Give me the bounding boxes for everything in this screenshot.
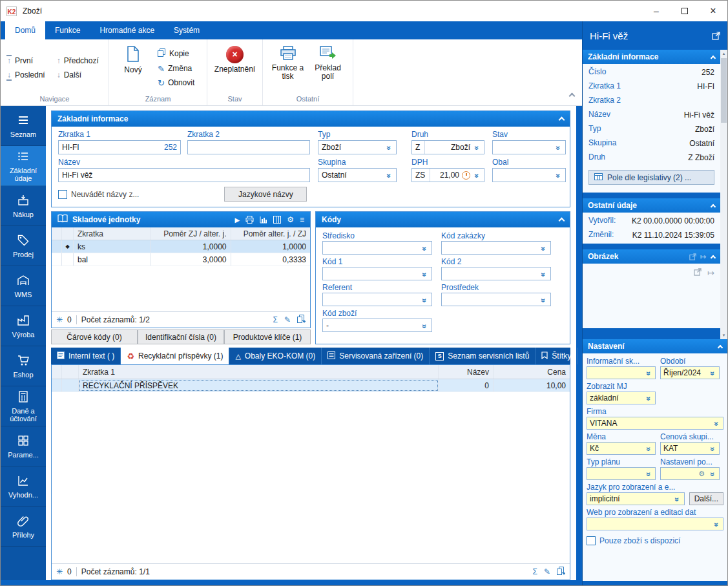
sidebar-item-zakladni-udaje[interactable]: Základní údaje (1, 146, 46, 186)
collapse-chevron-icon[interactable] (559, 117, 565, 123)
dropdown-arrow-icon[interactable] (645, 445, 652, 452)
dropdown-arrow-icon[interactable] (645, 369, 652, 377)
referent-dropdown[interactable] (322, 293, 432, 306)
ribbon-tab-domu[interactable]: Domů (5, 21, 45, 39)
collapse-chevron-icon[interactable] (559, 218, 565, 224)
change-button[interactable]: ✎ Změna (158, 64, 194, 73)
dropdown-arrow-icon[interactable] (709, 369, 716, 377)
field-translation-button[interactable]: Překlad polí (310, 45, 346, 81)
sum-icon[interactable]: Σ (273, 315, 278, 324)
first-button[interactable]: ↑ První (6, 56, 45, 65)
zkratka2-field[interactable] (187, 140, 310, 154)
sidebar-item-prilohy[interactable]: Přílohy (1, 507, 46, 547)
right-panel-scrollbar[interactable]: ▲ ▼ (720, 50, 727, 339)
mena-dropdown[interactable]: Kč (587, 442, 656, 455)
sum-icon[interactable]: Σ (533, 567, 537, 576)
new-button[interactable]: Nový (115, 45, 151, 74)
codes-header[interactable]: Kódy (316, 212, 570, 227)
dropdown-arrow-icon[interactable] (473, 143, 481, 151)
druh-dropdown[interactable]: Z Zboží (411, 140, 484, 154)
sidebar-item-nakup[interactable]: Nákup (1, 186, 46, 226)
kod-zbozi-dropdown[interactable]: - (322, 319, 432, 332)
checkbox-icon[interactable] (587, 536, 596, 545)
column-header-zkratka[interactable]: Zkratka (74, 227, 151, 240)
web-edit-dropdown[interactable] (587, 518, 723, 530)
recycling-row[interactable]: RECYKLAČNÍ PŘÍSPĚVEK 0 10,00 (52, 379, 570, 392)
show-mj-dropdown[interactable]: základní (587, 392, 656, 404)
plan-type-dropdown[interactable] (587, 467, 656, 480)
period-dropdown[interactable]: Říjen/2024 (660, 366, 720, 379)
price-group-dropdown[interactable]: KAT (660, 442, 720, 455)
info-group-dropdown[interactable] (587, 366, 656, 379)
dropdown-arrow-icon[interactable] (473, 171, 481, 179)
fit-width-icon[interactable]: ↦ (707, 269, 714, 277)
sidebar-item-wms[interactable]: WMS (1, 266, 46, 306)
settings-po-dropdown[interactable]: ⚙ (660, 467, 720, 480)
dropdown-arrow-icon[interactable] (421, 244, 428, 252)
column-header-ratio-alt-zj[interactable]: Poměr alter. j. / ZJ (231, 227, 311, 240)
filter-flag-icon[interactable]: ✳ (56, 567, 63, 576)
dropdown-arrow-icon[interactable] (674, 495, 681, 503)
filter-flag-icon[interactable]: ✳ (56, 315, 63, 324)
column-header-ratio-zj-alt[interactable]: Poměr ZJ / alter. j. (151, 227, 231, 240)
scroll-up-icon[interactable]: ▲ (722, 50, 726, 58)
typ-dropdown[interactable]: Zboží (318, 140, 397, 154)
dropdown-arrow-icon[interactable] (645, 470, 652, 477)
dropdown-arrow-icon[interactable] (385, 143, 393, 151)
columns-icon[interactable] (273, 216, 281, 224)
obal-dropdown[interactable] (492, 168, 566, 182)
stav-dropdown[interactable] (492, 140, 566, 154)
basic-info-header[interactable]: Základní informace (52, 111, 570, 127)
sidebar-item-seznam[interactable]: Seznam (1, 106, 46, 146)
sidebar-item-vyroba[interactable]: Výroba (1, 306, 46, 346)
next-button[interactable]: ↓ Další (57, 70, 99, 79)
sidebar-item-dane-a-uctovani[interactable]: Daně a účtování (1, 386, 46, 426)
scrollbar-thumb[interactable] (721, 58, 727, 123)
stredisko-dropdown[interactable] (322, 241, 432, 255)
dropdown-arrow-icon[interactable] (421, 296, 428, 304)
product-keys-button[interactable]: Produktové klíče (1) (224, 330, 311, 344)
kod2-dropdown[interactable] (441, 267, 551, 280)
last-button[interactable]: ↓ Poslední (6, 70, 45, 79)
rp-other-data-header[interactable]: Ostatní údaje (583, 198, 720, 213)
copy-button[interactable]: Kopie (158, 48, 194, 59)
print-icon[interactable] (245, 216, 254, 224)
invalidate-button[interactable]: × Zneplatnění (213, 45, 256, 74)
legislative-fields-button[interactable]: Pole dle legislativy (2) ... (588, 170, 714, 185)
maximize-button[interactable] (671, 1, 699, 21)
functions-print-button[interactable]: Funkce a tisk (270, 45, 306, 81)
refresh-button[interactable]: ↻ Obnovit (158, 78, 194, 87)
ribbon-tab-hromadne-akce[interactable]: Hromadné akce (90, 21, 164, 39)
collapse-chevron-icon[interactable] (711, 255, 716, 260)
tab-interni-text[interactable]: Interní text ( ) (51, 348, 121, 364)
nazev-field[interactable]: Hi-Fi věž (58, 168, 310, 182)
tab-servisovana-zarizeni[interactable]: Servisovaná zařízení (0) (322, 348, 430, 364)
stock-unit-row[interactable]: bal 3,0000 0,3333 (52, 253, 310, 266)
collapse-chevron-icon[interactable] (718, 344, 723, 350)
collapse-chevron-icon[interactable] (711, 204, 716, 209)
ribbon-tab-system[interactable]: Systém (164, 21, 209, 39)
column-header-cena[interactable]: Cena (494, 365, 570, 379)
collapse-chevron-icon[interactable] (711, 55, 716, 60)
barcodes-button[interactable]: Čárové kódy (0) (51, 330, 138, 344)
prostredek-dropdown[interactable] (441, 293, 551, 306)
scroll-down-icon[interactable]: ▼ (722, 331, 726, 339)
dispozice-checkbox[interactable]: Pouze zboží s dispozicí (587, 536, 723, 545)
sidebar-item-parametry[interactable]: Parame... (1, 426, 46, 466)
stock-units-header[interactable]: Skladové jednotky ▶ ⚙ ≡ (52, 212, 310, 227)
column-header-zkratka1[interactable]: Zkratka 1 (79, 365, 439, 379)
close-button[interactable]: × (699, 1, 727, 21)
dropdown-arrow-icon[interactable] (712, 520, 720, 528)
display-language-dropdown[interactable]: implicitní (587, 492, 685, 505)
stock-unit-row[interactable]: ◆ ks 1,0000 1,0000 (52, 240, 310, 253)
dropdown-arrow-icon[interactable] (554, 171, 562, 179)
dropdown-arrow-icon[interactable] (539, 244, 547, 252)
dropdown-arrow-icon[interactable] (421, 322, 428, 330)
firma-dropdown[interactable]: VITANA (587, 417, 723, 430)
rp-basic-info-header[interactable]: Základní informace (583, 50, 720, 64)
identification-numbers-button[interactable]: Identifikační čísla (0) (138, 330, 224, 344)
open-image-icon[interactable] (694, 268, 702, 278)
column-header-nazev[interactable]: Název (439, 365, 494, 379)
edit-icon[interactable]: ✎ (284, 315, 291, 324)
hide-names-checkbox[interactable]: Neuvádět názvy z... (58, 190, 139, 199)
